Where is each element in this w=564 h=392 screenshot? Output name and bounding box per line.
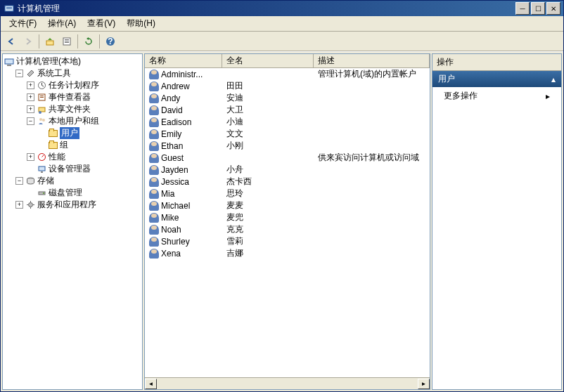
maximize-button[interactable]: ☐: [531, 2, 545, 15]
table-row[interactable]: David大卫: [145, 104, 430, 116]
horizontal-scrollbar[interactable]: ◄ ►: [145, 377, 430, 389]
user-icon: [149, 189, 159, 199]
table-row[interactable]: Guest供来宾访问计算机或访问域: [145, 152, 430, 164]
actions-more[interactable]: 更多操作 ▸: [432, 87, 561, 105]
properties-button[interactable]: [59, 34, 75, 49]
tree-groups[interactable]: 组: [38, 139, 141, 151]
scroll-right-button[interactable]: ►: [418, 379, 430, 389]
svg-rect-22: [41, 171, 43, 173]
cell-fullname: 大卫: [222, 104, 314, 116]
watermark-big: 51CTO.com: [448, 347, 556, 369]
menu-help[interactable]: 帮助(H): [121, 16, 161, 31]
minimize-button[interactable]: ─: [515, 2, 530, 15]
actions-header: 操作: [432, 54, 561, 71]
tree-label: 共享文件夹: [49, 103, 91, 115]
cell-name: Emily: [145, 129, 222, 139]
table-row[interactable]: Noah克克: [145, 223, 430, 235]
expand-icon[interactable]: +: [27, 81, 34, 89]
col-fullname[interactable]: 全名: [222, 54, 314, 67]
collapse-icon[interactable]: −: [15, 70, 23, 77]
expand-icon[interactable]: +: [27, 93, 34, 101]
back-button[interactable]: [4, 34, 19, 49]
cell-name: Andy: [145, 93, 222, 103]
tree-shared-folders[interactable]: +共享文件夹: [27, 103, 141, 115]
table-row[interactable]: Mia思玲: [145, 188, 430, 200]
refresh-button[interactable]: [81, 34, 96, 49]
table-row[interactable]: Ethan小刚: [145, 140, 430, 152]
tree-system-tools[interactable]: − 系统工具: [15, 67, 141, 79]
cell-name: Shurley: [145, 237, 222, 247]
cell-name: Noah: [145, 225, 222, 235]
cell-name: Xena: [145, 249, 222, 259]
table-row[interactable]: Xena吉娜: [145, 247, 430, 259]
table-row[interactable]: Eadison小迪: [145, 116, 430, 128]
collapse-icon[interactable]: −: [27, 117, 34, 125]
cell-description: 管理计算机(域)的内置帐户: [314, 68, 430, 80]
expand-icon[interactable]: +: [27, 153, 34, 161]
svg-point-18: [39, 118, 42, 121]
folder-icon: [48, 141, 58, 150]
tree-device-manager[interactable]: 设备管理器: [27, 163, 141, 175]
forward-button[interactable]: [20, 34, 36, 49]
tree-panel[interactable]: 计算机管理(本地) − 系统工具 +任务计划程序 +事件查看器: [2, 53, 143, 390]
up-button[interactable]: [42, 34, 58, 49]
svg-rect-21: [39, 166, 45, 171]
content-area: 计算机管理(本地) − 系统工具 +任务计划程序 +事件查看器: [1, 51, 563, 391]
tree-performance[interactable]: +性能: [27, 151, 141, 163]
svg-rect-10: [5, 59, 13, 64]
col-name[interactable]: 名称: [145, 54, 222, 67]
close-button[interactable]: ✕: [546, 2, 560, 15]
help-button[interactable]: ?: [103, 34, 118, 49]
table-row[interactable]: Jayden小舟: [145, 164, 430, 176]
col-description[interactable]: 描述: [314, 54, 430, 67]
user-icon: [149, 153, 159, 163]
users-icon: [37, 117, 46, 126]
user-icon: [149, 105, 159, 115]
tree-local-users[interactable]: −本地用户和组: [27, 115, 141, 127]
app-icon: [4, 3, 15, 14]
expand-icon[interactable]: +: [15, 201, 23, 209]
tree-label: 性能: [49, 151, 65, 163]
collapse-icon[interactable]: −: [15, 177, 23, 185]
cell-name: Eadison: [145, 117, 222, 127]
table-row[interactable]: Andy安迪: [145, 92, 430, 104]
svg-rect-3: [46, 41, 53, 45]
tree-task-scheduler[interactable]: +任务计划程序: [27, 79, 141, 91]
cell-name: Jayden: [145, 165, 222, 175]
cell-name: Administr...: [145, 70, 222, 79]
cell-description: 供来宾访问计算机或访问域: [314, 152, 430, 164]
list-body[interactable]: Administr...管理计算机(域)的内置帐户Andrew田田Andy安迪D…: [145, 68, 430, 377]
cell-fullname: 小刚: [222, 140, 314, 152]
table-row[interactable]: Emily文文: [145, 128, 430, 140]
menu-file[interactable]: 文件(F): [4, 16, 42, 31]
user-icon: [149, 117, 159, 127]
actions-selected[interactable]: 用户 ▴: [432, 71, 561, 87]
toolbar-separator: [77, 34, 78, 48]
svg-rect-2: [6, 8, 12, 9]
folder-icon: [48, 129, 58, 138]
tree-users[interactable]: 用户: [38, 127, 141, 139]
expand-icon[interactable]: +: [27, 105, 34, 113]
table-row[interactable]: Jessica杰卡西: [145, 176, 430, 188]
menu-action[interactable]: 操作(A): [42, 16, 82, 31]
table-row[interactable]: Andrew田田: [145, 80, 430, 92]
cell-fullname: 小迪: [222, 116, 314, 128]
tree-disk-management[interactable]: 磁盘管理: [27, 187, 141, 199]
tree-root[interactable]: 计算机管理(本地): [4, 55, 141, 67]
watermark: 51CTO.com 技术博客 Blog: [448, 347, 556, 379]
list-header: 名称 全名 描述: [145, 54, 430, 68]
table-row[interactable]: Administr...管理计算机(域)的内置帐户: [145, 68, 430, 80]
menu-view[interactable]: 查看(V): [82, 16, 121, 31]
tree-label: 事件查看器: [49, 91, 91, 103]
tree-event-viewer[interactable]: +事件查看器: [27, 91, 141, 103]
list-panel: 名称 全名 描述 Administr...管理计算机(域)的内置帐户Andrew…: [144, 53, 430, 390]
table-row[interactable]: Shurley雪莉: [145, 235, 430, 247]
tree-services-apps[interactable]: +服务和应用程序: [15, 199, 141, 211]
svg-rect-15: [40, 97, 44, 98]
tree-storage[interactable]: −存储: [15, 175, 141, 187]
chevron-right-icon: ▸: [546, 91, 550, 101]
table-row[interactable]: Michael麦麦: [145, 200, 430, 211]
scroll-left-button[interactable]: ◄: [145, 379, 157, 389]
table-row[interactable]: Mike麦兜: [145, 211, 430, 223]
svg-rect-7: [65, 42, 69, 43]
